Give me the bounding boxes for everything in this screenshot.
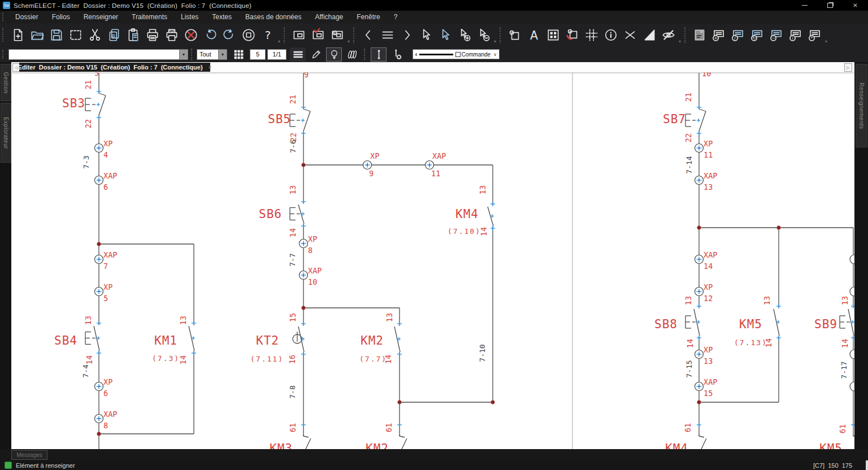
contact-SB8[interactable]: SB81314 bbox=[654, 296, 701, 348]
dock-tab-renseignements[interactable]: Renseignements bbox=[856, 64, 867, 147]
menu-item-folios[interactable]: Folios bbox=[45, 11, 77, 23]
grid-display-button[interactable] bbox=[231, 47, 246, 62]
draw-mode-button[interactable] bbox=[308, 47, 324, 62]
cursor-select-button[interactable] bbox=[436, 26, 454, 44]
cut-button[interactable] bbox=[86, 26, 104, 44]
wire-settings-button[interactable] bbox=[389, 47, 405, 62]
tab-scroll-right-button[interactable]: ▷ bbox=[844, 63, 852, 72]
paste-button[interactable] bbox=[124, 26, 142, 44]
hide-button[interactable] bbox=[659, 26, 678, 44]
toolbar-overflow-icon[interactable]: ▾ bbox=[278, 39, 280, 44]
line-style-combobox[interactable]: 4 Commande ∨ bbox=[413, 49, 500, 59]
schematic-canvas[interactable]: SB32122SB52122SB72122SB41314KM1(7.3)1314… bbox=[11, 72, 854, 449]
dock-tab-explorateur[interactable]: Explorateur bbox=[1, 103, 11, 163]
restore-button[interactable] bbox=[817, 0, 843, 11]
new-document-button[interactable] bbox=[9, 26, 27, 44]
toolbar-overflow-icon[interactable]: ▾ bbox=[679, 39, 681, 44]
bubble-info-button[interactable]: i bbox=[787, 26, 805, 44]
print-pdf-button[interactable]: PDF bbox=[163, 26, 181, 44]
filter-combobox[interactable]: ▼ bbox=[8, 49, 188, 60]
copy-button[interactable] bbox=[105, 26, 123, 44]
open-folder-button[interactable] bbox=[28, 26, 46, 44]
selection-button[interactable] bbox=[67, 26, 85, 44]
page-field[interactable]: 1/1 bbox=[267, 49, 287, 60]
delete-button[interactable] bbox=[182, 26, 200, 44]
measure-button[interactable] bbox=[640, 26, 658, 44]
connector-XAP-13[interactable]: XAP13 bbox=[695, 171, 718, 192]
window-preview-button[interactable] bbox=[290, 26, 308, 44]
cursor-remove-button[interactable] bbox=[475, 26, 493, 44]
undo-button[interactable] bbox=[201, 26, 219, 44]
coil-stub-KM3[interactable]: 61KM3 bbox=[270, 423, 311, 449]
contact-KM1[interactable]: KM1(7.3)1314 bbox=[152, 316, 196, 364]
contact-SB5[interactable]: SB52122 bbox=[268, 95, 310, 142]
print-button[interactable] bbox=[144, 26, 162, 44]
note-button[interactable] bbox=[691, 26, 709, 44]
window-info-button[interactable] bbox=[328, 26, 346, 44]
menu-item-affichage[interactable]: Affichage bbox=[308, 11, 350, 23]
connector-XAP-6[interactable]: XAP6 bbox=[95, 171, 118, 192]
menu-item-textes[interactable]: Textes bbox=[205, 11, 238, 23]
toolbar-grip[interactable] bbox=[2, 13, 6, 20]
bubble-add-button[interactable]: + bbox=[710, 26, 728, 44]
menu-item-bases-de-donn-es[interactable]: Bases de données bbox=[238, 11, 308, 23]
contact-KM2[interactable]: KM2(7.7)1314 bbox=[359, 313, 402, 364]
minimize-button[interactable] bbox=[792, 0, 817, 11]
toolbar-overflow-icon[interactable]: ▾ bbox=[348, 39, 350, 44]
menu-item-fen-tre[interactable]: Fenêtre bbox=[350, 11, 387, 23]
coil-stub-KM5[interactable]: 61KM5 bbox=[819, 423, 854, 449]
contact-SB6[interactable]: SB61314 bbox=[259, 185, 306, 237]
list-mode-button[interactable] bbox=[290, 47, 306, 62]
connector-XP-6[interactable]: XP6 bbox=[95, 377, 113, 398]
connector-XP-8[interactable]: XP8 bbox=[300, 234, 318, 255]
connector-XAP-10[interactable]: XAP10 bbox=[300, 266, 322, 286]
cross-button[interactable] bbox=[621, 26, 639, 44]
contact-KT2[interactable]: KT2(7.11)1516 bbox=[250, 313, 306, 364]
toolbar-grip[interactable] bbox=[2, 28, 6, 42]
contact-SB9[interactable]: SB91314 bbox=[814, 296, 854, 348]
scope-combobox[interactable]: Tout ▼ bbox=[197, 49, 227, 60]
menu-item-?[interactable]: ? bbox=[387, 11, 405, 23]
highlight-button[interactable] bbox=[326, 47, 342, 62]
connector-XP-5[interactable]: XP5 bbox=[95, 282, 113, 303]
save-button[interactable] bbox=[47, 26, 66, 44]
window-validate-button[interactable] bbox=[309, 26, 327, 44]
dock-tab-gestion[interactable]: Gestion bbox=[1, 64, 11, 101]
cables-button[interactable] bbox=[344, 47, 360, 62]
connector-XP-4[interactable]: XP4 bbox=[95, 139, 113, 159]
contact-KM4[interactable]: KM4(7.10)1314 bbox=[448, 185, 495, 236]
resize-grip[interactable] bbox=[866, 460, 868, 470]
connector-XAP-14[interactable]: XAP14 bbox=[695, 250, 718, 271]
toolbar-overflow-icon[interactable]: ▾ bbox=[825, 39, 827, 44]
menu-item-listes[interactable]: Listes bbox=[174, 11, 205, 23]
information-button[interactable] bbox=[602, 26, 620, 44]
connector-XP-13[interactable]: XP13 bbox=[695, 345, 713, 365]
connector-XAP-8[interactable]: XAP8 bbox=[95, 410, 118, 430]
symbol-flag-button[interactable] bbox=[563, 26, 581, 44]
wire-tool-button[interactable] bbox=[371, 47, 387, 62]
contact-SB4[interactable]: SB41314 bbox=[54, 316, 101, 364]
tab-editor[interactable]: Editer Dossier : Demo V15 (Création) Fol… bbox=[19, 63, 210, 72]
redo-button[interactable] bbox=[220, 26, 238, 44]
cursor-add-button[interactable] bbox=[455, 26, 474, 44]
symbol-button[interactable] bbox=[506, 26, 524, 44]
nav-previous-button[interactable] bbox=[359, 26, 377, 44]
menu-item-dossier[interactable]: Dossier bbox=[8, 11, 45, 23]
grid-symbol-button[interactable] bbox=[544, 26, 562, 44]
nav-next-button[interactable] bbox=[398, 26, 416, 44]
coil-stub-KM4[interactable]: 61KM4 bbox=[665, 423, 706, 449]
help-button[interactable]: ? bbox=[259, 26, 277, 44]
bubble-refresh-button[interactable]: ↻ bbox=[748, 26, 766, 44]
chevron-down-icon[interactable]: ∨ bbox=[493, 52, 499, 57]
stop-record-button[interactable] bbox=[240, 26, 258, 44]
connector-XP-11[interactable]: XP11 bbox=[695, 139, 713, 159]
toolbar-grip[interactable] bbox=[2, 50, 6, 59]
menu-item-renseigner[interactable]: Renseigner bbox=[77, 11, 125, 23]
contact-KM5[interactable]: KM5(7.13)1314 bbox=[734, 296, 781, 347]
close-button[interactable]: ✕ bbox=[843, 0, 868, 11]
grid-button[interactable] bbox=[583, 26, 601, 44]
bubble-edit-button[interactable]: / bbox=[729, 26, 747, 44]
connector-XAP-15[interactable]: XAP15 bbox=[695, 377, 718, 398]
cursor-button[interactable] bbox=[417, 26, 435, 44]
chevron-down-icon[interactable]: ▼ bbox=[179, 50, 188, 59]
